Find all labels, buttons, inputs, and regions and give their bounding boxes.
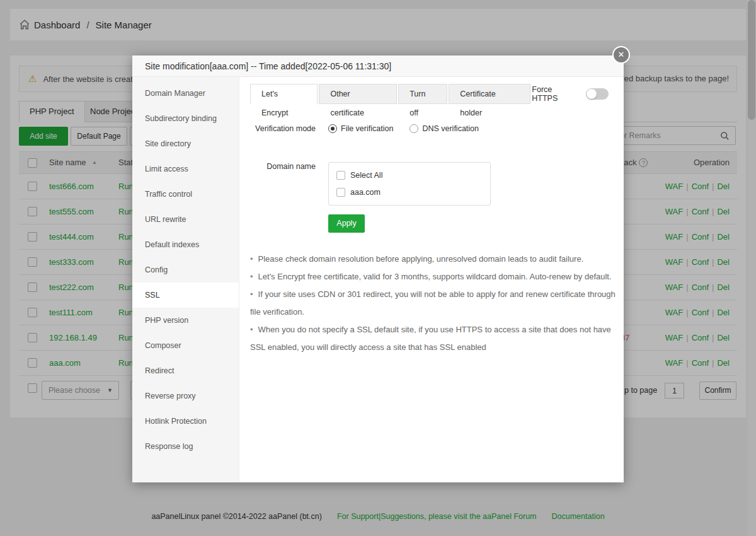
ssl-tabs: Let's Encrypt Other certificate Turn off… <box>250 84 614 104</box>
select-all-option[interactable]: Select All <box>336 168 483 182</box>
page: Dashboard / Site Manager ⚠ After the web… <box>0 0 756 536</box>
bullet-icon: • <box>250 272 253 281</box>
tab-turn-off[interactable]: Turn off <box>398 84 447 104</box>
radio-file-label: File verification <box>341 124 393 133</box>
select-all-checkbox[interactable] <box>336 171 345 180</box>
radio-dns-verification[interactable]: DNS verification <box>410 124 479 133</box>
ssl-panel: Let's Encrypt Other certificate Turn off… <box>240 77 624 482</box>
sidebar-item-php-version[interactable]: PHP version <box>132 308 239 333</box>
note-text: Please check domain resolution before ap… <box>258 254 584 264</box>
bullet-icon: • <box>250 325 253 334</box>
sidebar-item-reverse-proxy[interactable]: Reverse proxy <box>132 383 239 409</box>
sidebar-item-hotlink-protection[interactable]: Hotlink Protection <box>132 409 239 434</box>
domain-name-row: Domain name Select All aaa.com <box>250 162 614 206</box>
sidebar-item-redirect[interactable]: Redirect <box>132 358 239 383</box>
tab-certificate-holder[interactable]: Certificate holder <box>449 84 530 104</box>
sidebar-item-composer[interactable]: Composer <box>132 333 239 358</box>
site-modification-modal: ✕ Site modification[aaa.com] -- Time add… <box>132 55 624 482</box>
apply-button[interactable]: Apply <box>328 214 365 233</box>
note-item: •Let's Encrypt free certificate, valid f… <box>250 268 628 286</box>
radio-icon <box>410 124 418 133</box>
note-text: If your site uses CDN or 301 redirect, y… <box>250 289 616 317</box>
modal-sidebar: Domain Manager Subdirectory binding Site… <box>132 77 239 482</box>
note-item: •If your site uses CDN or 301 redirect, … <box>250 286 628 321</box>
domain-name-label: Domain name <box>250 162 316 171</box>
sidebar-item-url-rewrite[interactable]: URL rewrite <box>132 207 239 232</box>
verification-mode-row: Verification mode File verification DNS … <box>250 124 614 133</box>
domain-list-box: Select All aaa.com <box>328 162 491 206</box>
domain-option[interactable]: aaa.com <box>336 185 483 199</box>
close-icon[interactable]: ✕ <box>612 46 630 64</box>
force-https-toggle[interactable] <box>586 88 609 100</box>
note-item: •When you do not specify a SSL default s… <box>250 321 628 356</box>
sidebar-item-default-indexes[interactable]: Default indexes <box>132 232 239 257</box>
toggle-knob <box>587 89 597 99</box>
sidebar-item-traffic-control[interactable]: Traffic control <box>132 182 239 207</box>
sidebar-item-ssl[interactable]: SSL <box>132 283 239 308</box>
select-all-label: Select All <box>350 171 382 180</box>
radio-dns-label: DNS verification <box>422 124 479 133</box>
sidebar-item-limit-access[interactable]: Limit access <box>132 156 239 182</box>
domain-label: aaa.com <box>350 188 381 197</box>
bullet-icon: • <box>250 254 253 264</box>
radio-file-verification[interactable]: File verification <box>328 124 393 133</box>
sidebar-item-site-directory[interactable]: Site directory <box>132 131 239 156</box>
sidebar-item-domain-manager[interactable]: Domain Manager <box>132 81 239 106</box>
note-text: Let's Encrypt free certificate, valid fo… <box>258 272 612 281</box>
bullet-icon: • <box>250 289 253 299</box>
sidebar-item-subdirectory-binding[interactable]: Subdirectory binding <box>132 106 239 131</box>
force-https-label: Force HTTPS <box>532 85 580 103</box>
radio-icon <box>328 124 337 133</box>
ssl-notes: •Please check domain resolution before a… <box>250 250 628 356</box>
tab-other-certificate[interactable]: Other certificate <box>319 84 397 104</box>
sidebar-item-response-log[interactable]: Response log <box>132 434 239 459</box>
note-text: When you do not specify a SSL default si… <box>250 325 611 352</box>
modal-title: Site modification[aaa.com] -- Time added… <box>132 55 624 77</box>
domain-checkbox[interactable] <box>336 188 345 197</box>
verification-mode-label: Verification mode <box>250 124 316 133</box>
tab-lets-encrypt[interactable]: Let's Encrypt <box>250 84 318 105</box>
note-item: •Please check domain resolution before a… <box>250 250 628 268</box>
sidebar-item-config[interactable]: Config <box>132 257 239 283</box>
